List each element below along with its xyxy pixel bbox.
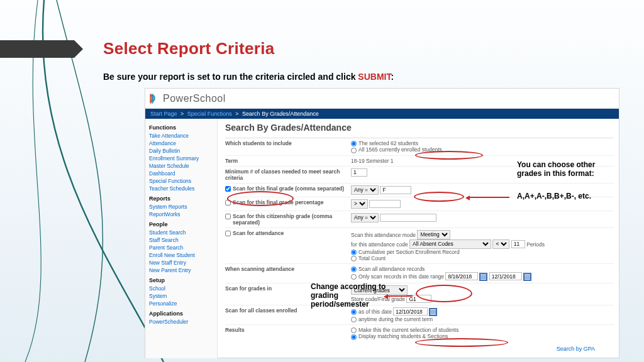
att-r2: Total Count (358, 255, 386, 261)
res-r2: Display matching students & Sections (358, 333, 448, 339)
input-ac-date[interactable] (393, 307, 428, 315)
sidebar-item[interactable]: Enroll New Student (149, 251, 213, 259)
sidebar-item[interactable]: Master Schedule (149, 162, 213, 170)
radio-makecurrent[interactable] (351, 327, 357, 333)
sidebar-h-setup: Setup (149, 277, 213, 283)
sidebar-item[interactable]: Take Attendance (149, 132, 213, 140)
sidebar-h-functions: Functions (149, 124, 213, 131)
lbl-min-classes: Minimum # of classes needed to meet sear… (225, 168, 351, 181)
lbl-att: Scan for attendance (233, 230, 284, 236)
sel-gt[interactable]: > (351, 199, 368, 209)
input-d1[interactable] (445, 272, 478, 280)
input-pct[interactable] (369, 200, 401, 208)
slide-title: Select Report Criteria (103, 39, 274, 58)
sel-anyeq[interactable]: Any = (351, 185, 379, 195)
periods-lbl: Periods (526, 241, 545, 247)
subtitle-colon: : (391, 72, 394, 82)
sidebar-item[interactable]: Personalize (149, 300, 213, 307)
chk-final-pct[interactable] (225, 200, 231, 206)
sidebar-item[interactable]: Attendance (149, 140, 213, 147)
sidebar-item[interactable]: ReportWorks (149, 211, 213, 218)
sidebar-item[interactable]: New Parent Entry (149, 266, 213, 274)
lbl-results: Results (225, 327, 351, 333)
input-grade[interactable] (380, 186, 411, 194)
link-search-gpa[interactable]: Search by GPA (557, 346, 595, 352)
sidebar-item[interactable]: System Reports (149, 203, 213, 211)
lbl-whenatt: When scanning attendance (225, 266, 351, 272)
annotation-arrow (469, 197, 509, 198)
sel-att-mode[interactable]: Meeting (417, 230, 450, 239)
sidebar-item[interactable]: Student Search (149, 229, 213, 236)
note-change-period: Change according togradingperiod/semeste… (311, 282, 386, 309)
ac-r1: as of this date (358, 309, 392, 315)
lbl-final-grade: Scan for this final grade (comma separat… (233, 185, 344, 192)
whenatt-r1: Scan all attendance records (358, 266, 425, 272)
res-r1: Make this the current selection of stude… (358, 327, 458, 333)
sidebar-item[interactable]: Special Functions (149, 177, 213, 185)
ps-wordmark: PowerSchool (163, 93, 226, 104)
chk-citizen[interactable] (225, 214, 231, 219)
sidebar-h-reports: Reports (149, 195, 213, 202)
subtitle-text: Be sure your report is set to run the cr… (103, 72, 358, 82)
note-grades-example: A,A+,A-,B,B+,B-, etc. (517, 192, 591, 200)
lbl-final-pct: Scan for this final grade percentage (233, 199, 324, 206)
att-mode-lbl: Scan this attendance mode (351, 231, 416, 238)
sel-att-code[interactable]: All Absent Codes (409, 239, 491, 249)
crumb-current: Search By Grades/Attendance (242, 111, 319, 117)
calendar-icon[interactable] (479, 273, 487, 281)
chk-final-grade[interactable] (225, 186, 231, 192)
input-att-count[interactable] (511, 240, 525, 248)
chk-att[interactable] (225, 231, 231, 236)
annotation-arrow (387, 295, 413, 297)
sidebar-item[interactable]: Teacher Schedules (149, 185, 213, 192)
sidebar-item[interactable]: Enrollment Summary (149, 155, 213, 162)
radio-asof[interactable] (351, 309, 357, 315)
radio-scanall[interactable] (351, 266, 357, 272)
powerschool-panel: PowerSchool Start Page > Special Functio… (145, 88, 619, 358)
sidebar-h-people: People (149, 221, 213, 228)
radio-cum[interactable] (351, 250, 357, 255)
input-min[interactable] (351, 168, 367, 177)
breadcrumb: Start Page > Special Functions > Search … (145, 109, 619, 119)
radio-selected-students[interactable] (351, 141, 357, 146)
radio-display[interactable] (351, 334, 357, 340)
note-grades-format: You can choose othergrades in this forma… (517, 160, 595, 178)
radio-all-students[interactable] (351, 148, 357, 153)
powerschool-logo-icon (148, 93, 159, 104)
att-r1: Cumulative per Section Enrollment Record (358, 249, 460, 255)
ps-header: PowerSchool (145, 89, 619, 109)
lbl-students: Which students to include (225, 140, 351, 146)
sidebar-item[interactable]: PowerScheduler (149, 318, 213, 326)
radio-scanrange[interactable] (351, 274, 357, 280)
opt-all: All 1565 currently enrolled students (358, 146, 442, 153)
sidebar-h-apps: Applications (149, 310, 213, 317)
whenatt-r2: Only scan records in this date range (358, 273, 444, 280)
sidebar-item[interactable]: Dashboard (149, 170, 213, 177)
lbl-term: Term (225, 158, 351, 164)
lbl-citizen: Scan for this citizenship grade (comma s… (233, 213, 351, 226)
page-title: Search By Grades/Attendance (225, 123, 614, 133)
calendar-icon[interactable] (523, 273, 531, 281)
sidebar-item[interactable]: System (149, 292, 213, 300)
radio-anytime[interactable] (351, 317, 357, 322)
sidebar-item[interactable]: Daily Bulletin (149, 147, 213, 155)
sidebar-item[interactable]: New Staff Entry (149, 259, 213, 266)
input-d2[interactable] (489, 272, 522, 280)
att-code-lbl: for this attendance code (351, 241, 408, 247)
sidebar-item[interactable]: Parent Search (149, 244, 213, 251)
sidebar-item[interactable]: Staff Search (149, 236, 213, 244)
calendar-icon[interactable] (429, 308, 437, 316)
crumb-start[interactable]: Start Page (150, 111, 177, 117)
input-citizen[interactable] (380, 214, 436, 222)
ac-r2: anytime during the current term (358, 316, 433, 322)
opt-selected: The selected 62 students (358, 140, 418, 146)
sidebar: Functions Take Attendance Attendance Dai… (145, 119, 218, 358)
crumb-special-functions[interactable]: Special Functions (187, 111, 232, 117)
subtitle-submit-word: SUBMIT (358, 72, 391, 82)
main-form: Search By Grades/Attendance Which studen… (218, 119, 619, 358)
slide-subtitle: Be sure your report is set to run the cr… (103, 72, 394, 82)
sel-lt[interactable]: < (492, 239, 509, 249)
radio-total[interactable] (351, 256, 357, 261)
sel-anyeq2[interactable]: Any = (351, 213, 379, 222)
sidebar-item[interactable]: School (149, 285, 213, 292)
